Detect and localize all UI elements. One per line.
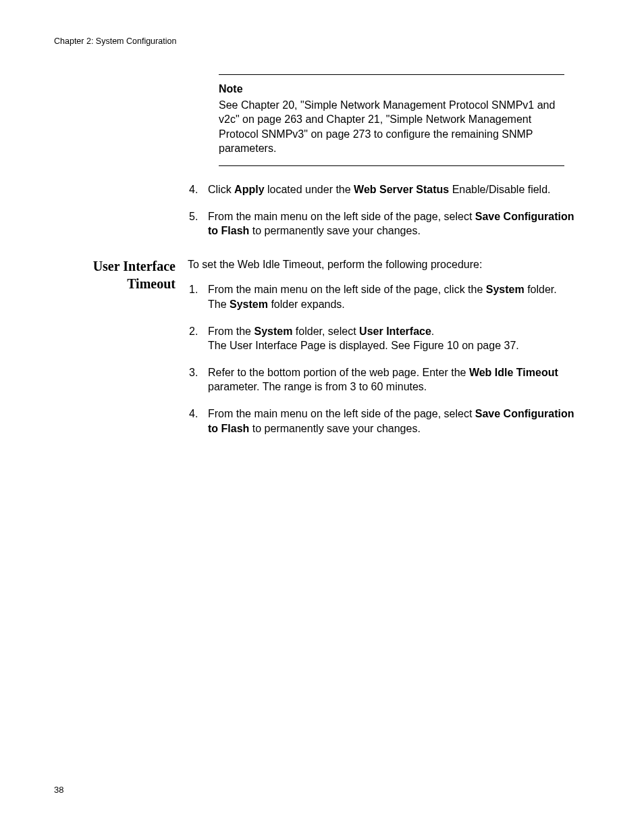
- step-number: 5.: [188, 209, 208, 238]
- step-item: 2. From the System folder, select User I…: [188, 324, 590, 353]
- step-body: Refer to the bottom portion of the web p…: [208, 365, 590, 394]
- bold-text: User Interface: [359, 325, 431, 337]
- heading-line2: Timeout: [127, 276, 176, 291]
- text: folder, select: [292, 325, 359, 337]
- step-body: Click Apply located under the Web Server…: [208, 182, 590, 197]
- bold-text: Web Idle Timeout: [469, 367, 558, 378]
- text: From the main menu on the left side of t…: [208, 211, 475, 222]
- page-content: Note See Chapter 20, "Simple Network Man…: [54, 74, 590, 448]
- bold-text: Web Server Status: [354, 184, 449, 195]
- bold-text: Apply: [234, 184, 264, 195]
- step-number: 4.: [188, 407, 208, 436]
- text: .: [431, 325, 434, 337]
- text: From the main menu on the left side of t…: [208, 408, 475, 419]
- step-body: From the main menu on the left side of t…: [208, 407, 590, 436]
- step-number: 4.: [188, 182, 208, 197]
- step-number: 3.: [188, 365, 208, 394]
- step-body: From the main menu on the left side of t…: [208, 209, 590, 238]
- bold-text: System: [486, 284, 525, 295]
- step-number: 1.: [188, 282, 208, 311]
- text: The: [208, 298, 230, 310]
- text: Refer to the bottom portion of the web p…: [208, 367, 469, 378]
- text: From the main menu on the left side of t…: [208, 284, 486, 295]
- step-item: 1. From the main menu on the left side o…: [188, 282, 590, 311]
- step-item: 4. Click Apply located under the Web Ser…: [188, 182, 590, 197]
- step-item: 3. Refer to the bottom portion of the we…: [188, 365, 590, 394]
- page-number: 38: [54, 785, 63, 795]
- text: The User Interface Page is displayed. Se…: [208, 340, 519, 351]
- text: folder.: [525, 284, 557, 295]
- text: parameter. The range is from 3 to 60 min…: [208, 381, 427, 392]
- text: to permanently save your changes.: [249, 225, 420, 236]
- text: From the: [208, 325, 254, 337]
- step-item: 5. From the main menu on the left side o…: [188, 209, 590, 238]
- step-list-b: 1. From the main menu on the left side o…: [188, 282, 590, 436]
- step-list-a: 4. Click Apply located under the Web Ser…: [188, 182, 590, 238]
- note-body: See Chapter 20, "Simple Network Manageme…: [219, 98, 564, 156]
- bold-text: System: [230, 298, 268, 310]
- bold-text: System: [254, 325, 292, 337]
- section-heading: User Interface Timeout: [54, 257, 176, 292]
- section-intro: To set the Web Idle Timeout, perform the…: [188, 257, 590, 272]
- text: to permanently save your changes.: [249, 423, 420, 434]
- step-body: From the main menu on the left side of t…: [208, 282, 590, 311]
- text: located under the: [265, 184, 354, 195]
- text: folder expands.: [268, 298, 345, 310]
- step-number: 2.: [188, 324, 208, 353]
- note-title: Note: [219, 82, 564, 97]
- note-box: Note See Chapter 20, "Simple Network Man…: [219, 74, 564, 166]
- text: Click: [208, 184, 234, 195]
- step-item: 4. From the main menu on the left side o…: [188, 407, 590, 436]
- heading-line1: User Interface: [93, 259, 176, 273]
- chapter-header: Chapter 2: System Configuration: [54, 36, 176, 46]
- text: Enable/Disable field.: [449, 184, 550, 195]
- step-body: From the System folder, select User Inte…: [208, 324, 590, 353]
